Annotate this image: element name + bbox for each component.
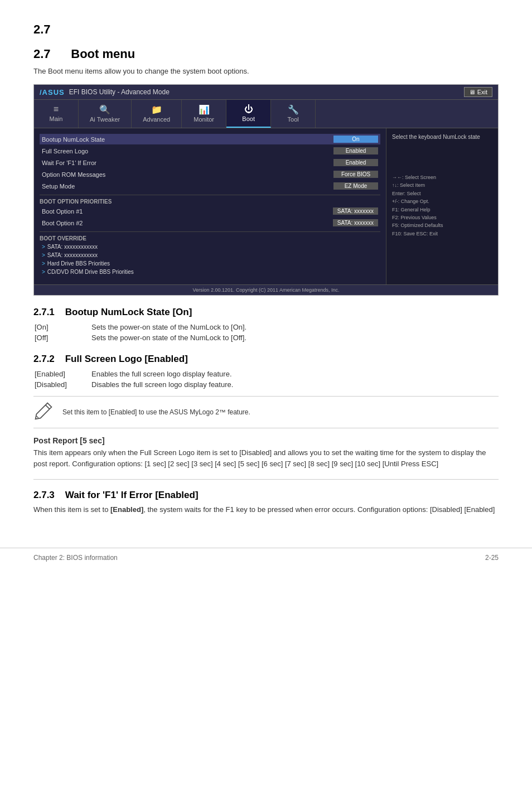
nav-advanced-label: Advanced [143,116,170,123]
boot-override-sata1[interactable]: > SATA: xxxxxxxxxxxx [40,243,380,251]
boot-override-cdrom-label: CD/DVD ROM Drive BBS Priorities [47,269,134,275]
bios-item-option-rom[interactable]: Option ROM Messages Force BIOS [40,169,380,180]
full-screen-logo-label: Full Screen Logo [42,148,88,154]
exit-icon: 🖥 [469,89,475,95]
arrow-icon-2: > [42,252,45,258]
nav-monitor-icon: 📊 [199,104,210,115]
item-key-enabled: [Enabled] [35,369,90,379]
nav-ai-icon: 🔍 [99,104,110,115]
subsection-title-273: 2.7.3 Wait for 'F1' If Error [Enabled] [33,490,499,501]
boot-option-2-label: Boot Option #2 [42,220,83,226]
bios-item-wait-f1[interactable]: Wait For 'F1' If Error Enabled [40,157,380,168]
nav-main-icon: ≡ [54,104,59,114]
post-report-text: This item appears only when the Full Scr… [33,447,499,469]
bios-item-full-screen-logo[interactable]: Full Screen Logo Enabled [40,146,380,156]
item-desc-disabled: Disables the full screen logo display fe… [91,380,497,389]
bios-sidebar: Select the keyboard NumLock state →←: Se… [386,128,498,284]
wait-f1-label: Wait For 'F1' If Error [42,160,96,166]
numlock-label: Bootup NumLock State [42,136,105,143]
nav-ai-label: Ai Tweaker [90,116,120,123]
bios-title: EFI BIOS Utility - Advanced Mode [69,88,170,96]
nav-main-label: Main [50,115,63,122]
bios-item-boot-option-2[interactable]: Boot Option #2 SATA: xxxxxxx [40,218,380,228]
subsection-273-number: 2.7.3 [33,490,55,500]
boot-option-1-value: SATA: xxxxxxx [333,207,378,215]
subsection-271-title: Bootup NumLock State [On] [65,307,192,317]
nav-tool-label: Tool [288,116,299,123]
section-description: The Boot menu items allow you to change … [33,67,499,75]
nav-tool-icon: 🔧 [288,104,299,115]
section-divider [33,479,499,480]
subsection-271-table: [On] Sets the power-on state of the NumL… [33,321,499,344]
post-report-title: Post Report [5 sec] [33,436,499,445]
table-row: [Enabled] Enables the full screen logo d… [35,369,497,379]
setup-mode-label: Setup Mode [42,183,75,190]
nav-boot[interactable]: ⏻ Boot [226,100,271,128]
option-rom-label: Option ROM Messages [42,171,105,178]
bios-item-numlock[interactable]: Bootup NumLock State On [40,134,380,144]
footer-chapter: Chapter 2: BIOS information [33,554,118,562]
nav-monitor-label: Monitor [194,116,214,123]
bios-item-setup-mode[interactable]: Setup Mode EZ Mode [40,181,380,191]
nav-ai-tweaker[interactable]: 🔍 Ai Tweaker [79,100,132,128]
boot-priorities-label: Boot Option Priorities [40,199,380,205]
nav-boot-label: Boot [242,115,255,122]
note-pen-icon [33,401,56,423]
bios-navigation: ≡ Main 🔍 Ai Tweaker 📁 Advanced 📊 Monitor… [34,100,498,128]
bios-help-text: Select the keyboard NumLock state [392,134,492,140]
nav-advanced[interactable]: 📁 Advanced [132,100,182,128]
section-title: 2.7 [33,22,499,37]
section-number: 2.7 [33,47,51,61]
footer-page: 2-25 [485,554,499,562]
wait-f1-value: Enabled [333,159,378,166]
note-text: Set this item to [Enabled] to use the AS… [62,408,250,416]
boot-override-label: Boot Override [40,235,380,241]
option-rom-value: Force BIOS [333,171,378,178]
section-heading: 2.7 Boot menu [33,47,499,61]
nav-main[interactable]: ≡ Main [34,100,79,128]
nav-tool[interactable]: 🔧 Tool [271,100,316,128]
boot-override-cdrom[interactable]: > CD/DVD ROM Drive BBS Priorities [40,268,380,276]
subsection-273-text: When this item is set to [Enabled], the … [33,504,499,515]
subsection-272-number: 2.7.2 [33,354,55,364]
bios-footer: Version 2.00.1201. Copyright (C) 2011 Am… [34,284,498,295]
bios-titlebar: /ASUS EFI BIOS Utility - Advanced Mode 🖥… [34,85,498,100]
arrow-icon-3: > [42,260,45,267]
subsection-title-272: 2.7.2 Full Screen Logo [Enabled] [33,354,499,365]
exit-label: Exit [477,89,487,95]
table-row: [Disabled] Disables the full screen logo… [35,380,497,389]
bios-body: Bootup NumLock State On Full Screen Logo… [34,128,498,284]
boot-override-hdd[interactable]: > Hard Drive BBS Priorities [40,259,380,268]
item-key-disabled: [Disabled] [35,380,90,389]
item-key-off: [Off] [35,333,90,342]
bios-exit-button[interactable]: 🖥 Exit [464,87,492,97]
full-screen-logo-value: Enabled [333,147,378,154]
item-desc-enabled: Enables the full screen logo display fea… [91,369,497,379]
boot-option-1-label: Boot Option #1 [42,208,83,215]
boot-override-sata2[interactable]: > SATA: xxxxxxxxxxxx [40,251,380,259]
table-row: [On] Sets the power-on state of the NumL… [35,322,497,332]
boot-override-sata2-label: SATA: xxxxxxxxxxxx [47,252,98,258]
bios-item-boot-option-1[interactable]: Boot Option #1 SATA: xxxxxxx [40,206,380,216]
subsection-272-title: Full Screen Logo [Enabled] [65,354,188,364]
page-footer: Chapter 2: BIOS information 2-25 [0,548,532,567]
arrow-icon-4: > [42,269,45,275]
key-help-text: →←: Select Screen ↑↓: Select Item Enter:… [392,173,492,238]
item-desc-on: Sets the power-on state of the NumLock t… [91,322,497,332]
arrow-icon-1: > [42,244,45,250]
item-desc-off: Sets the power-on state of the NumLock t… [91,333,497,342]
nav-advanced-icon: 📁 [151,104,162,115]
asus-logo: /ASUS [40,88,65,96]
nav-boot-icon: ⏻ [244,104,253,114]
bios-key-help-block: →←: Select Screen ↑↓: Select Item Enter:… [392,173,492,238]
table-row: [Off] Sets the power-on state of the Num… [35,333,497,342]
boot-override-sata1-label: SATA: xxxxxxxxxxxx [47,244,98,250]
note-box: Set this item to [Enabled] to use the AS… [33,396,499,428]
bios-main-panel: Bootup NumLock State On Full Screen Logo… [34,128,386,284]
subsection-273-title: Wait for 'F1' If Error [Enabled] [65,490,199,500]
subsection-271-number: 2.7.1 [33,307,55,317]
item-key-on: [On] [35,322,90,332]
setup-mode-value: EZ Mode [333,182,378,190]
nav-monitor[interactable]: 📊 Monitor [182,100,226,128]
numlock-value: On [333,136,378,143]
